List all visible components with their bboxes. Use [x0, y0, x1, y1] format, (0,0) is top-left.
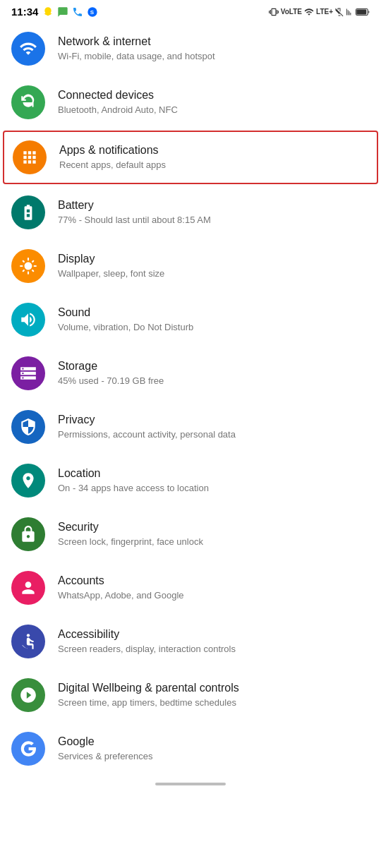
item-subtitle-accounts: WhatsApp, Adobe, and Google: [58, 590, 370, 602]
item-subtitle-location: On - 34 apps have access to location: [58, 483, 370, 495]
wifi-icon-status: [304, 7, 314, 17]
item-text-storage: Storage 45% used - 70.19 GB free: [58, 359, 370, 387]
volte-icon: VoLTE: [281, 8, 302, 16]
status-app-icons: S: [42, 6, 98, 18]
item-title-google: Google: [58, 735, 370, 749]
item-subtitle-security: Screen lock, fingerprint, face unlock: [58, 536, 370, 548]
item-text-sound: Sound Volume, vibration, Do Not Disturb: [58, 306, 370, 334]
wifi-icon-circle: [11, 32, 45, 66]
item-title-network: Network & internet: [58, 35, 370, 49]
item-subtitle-network: Wi-Fi, mobile, data usage, and hotspot: [58, 51, 370, 63]
item-text-privacy: Privacy Permissions, account activity, p…: [58, 413, 370, 441]
display-icon-circle: [11, 249, 45, 283]
item-subtitle-privacy: Permissions, account activity, personal …: [58, 429, 370, 441]
status-right: VoLTE LTE+: [269, 7, 370, 17]
status-time: 11:34: [11, 6, 38, 18]
item-text-accounts: Accounts WhatsApp, Adobe, and Google: [58, 574, 370, 602]
settings-item-google[interactable]: Google Services & preferences: [0, 722, 381, 776]
settings-item-sound[interactable]: Sound Volume, vibration, Do Not Disturb: [0, 293, 381, 346]
privacy-icon-circle: [11, 410, 45, 444]
phone-icon: [72, 6, 83, 18]
settings-item-network[interactable]: Network & internet Wi-Fi, mobile, data u…: [0, 22, 381, 76]
settings-list: Network & internet Wi-Fi, mobile, data u…: [0, 22, 381, 776]
accounts-icon-circle: [11, 571, 45, 605]
svg-point-4: [27, 634, 30, 637]
item-subtitle-google: Services & preferences: [58, 751, 370, 763]
item-subtitle-display: Wallpaper, sleep, font size: [58, 268, 370, 280]
item-title-accounts: Accounts: [58, 574, 370, 589]
item-text-display: Display Wallpaper, sleep, font size: [58, 252, 370, 280]
item-subtitle-storage: 45% used - 70.19 GB free: [58, 375, 370, 387]
item-title-connected-devices: Connected devices: [58, 88, 370, 103]
settings-item-display[interactable]: Display Wallpaper, sleep, font size: [0, 239, 381, 293]
settings-item-battery[interactable]: Battery 77% - Should last until about 8:…: [0, 186, 381, 239]
item-text-apps-notifications: Apps & notifications Recent apps, defaul…: [59, 143, 368, 171]
item-subtitle-sound: Volume, vibration, Do Not Disturb: [58, 322, 370, 334]
status-left: 11:34 S: [11, 6, 98, 18]
signal-icon: [335, 7, 344, 17]
svg-rect-3: [356, 9, 366, 14]
svg-text:S: S: [90, 9, 95, 16]
signal2-icon: [346, 7, 353, 17]
storage-icon-circle: [11, 356, 45, 390]
accessibility-icon-circle: [11, 625, 45, 658]
item-title-battery: Battery: [58, 198, 370, 213]
settings-item-accounts[interactable]: Accounts WhatsApp, Adobe, and Google: [0, 561, 381, 615]
apps-icon-circle: [13, 140, 47, 174]
item-subtitle-connected-devices: Bluetooth, Android Auto, NFC: [58, 104, 370, 116]
item-subtitle-digital-wellbeing: Screen time, app timers, bedtime schedul…: [58, 697, 370, 709]
connected-icon-circle: [11, 85, 45, 119]
item-title-privacy: Privacy: [58, 413, 370, 428]
item-subtitle-battery: 77% - Should last until about 8:15 AM: [58, 215, 370, 227]
settings-item-digital-wellbeing[interactable]: Digital Wellbeing & parental controls Sc…: [0, 668, 381, 722]
settings-item-security[interactable]: Security Screen lock, fingerprint, face …: [0, 507, 381, 561]
google-icon-circle: [11, 732, 45, 766]
item-title-display: Display: [58, 252, 370, 267]
settings-item-apps-notifications[interactable]: Apps & notifications Recent apps, defaul…: [3, 131, 378, 184]
location-icon-circle: [11, 464, 45, 498]
item-text-security: Security Screen lock, fingerprint, face …: [58, 520, 370, 548]
item-text-battery: Battery 77% - Should last until about 8:…: [58, 198, 370, 227]
item-text-location: Location On - 34 apps have access to loc…: [58, 466, 370, 495]
item-title-sound: Sound: [58, 306, 370, 320]
scroll-bar: [155, 783, 226, 785]
battery-icon-circle: [11, 195, 45, 229]
item-text-connected-devices: Connected devices Bluetooth, Android Aut…: [58, 88, 370, 116]
messages-icon: [57, 6, 68, 18]
lte-icon: LTE+: [316, 8, 333, 16]
security-icon-circle: [11, 517, 45, 551]
settings-item-location[interactable]: Location On - 34 apps have access to loc…: [0, 454, 381, 507]
shazam-icon: S: [87, 6, 98, 18]
settings-item-privacy[interactable]: Privacy Permissions, account activity, p…: [0, 400, 381, 454]
sound-icon-circle: [11, 303, 45, 337]
settings-item-connected-devices[interactable]: Connected devices Bluetooth, Android Aut…: [0, 76, 381, 129]
item-title-accessibility: Accessibility: [58, 627, 370, 642]
item-text-google: Google Services & preferences: [58, 735, 370, 763]
settings-item-accessibility[interactable]: Accessibility Screen readers, display, i…: [0, 615, 381, 668]
snapchat-icon: [42, 6, 54, 18]
item-title-apps-notifications: Apps & notifications: [59, 143, 368, 158]
item-title-digital-wellbeing: Digital Wellbeing & parental controls: [58, 681, 370, 696]
status-bar: 11:34 S VoLTE: [0, 0, 381, 22]
scroll-indicator: [0, 776, 381, 791]
wellbeing-icon-circle: [11, 678, 45, 712]
item-subtitle-accessibility: Screen readers, display, interaction con…: [58, 644, 370, 656]
item-title-location: Location: [58, 466, 370, 481]
item-title-storage: Storage: [58, 359, 370, 374]
item-text-network: Network & internet Wi-Fi, mobile, data u…: [58, 35, 370, 63]
item-text-digital-wellbeing: Digital Wellbeing & parental controls Sc…: [58, 681, 370, 709]
item-subtitle-apps-notifications: Recent apps, default apps: [59, 159, 368, 171]
settings-item-storage[interactable]: Storage 45% used - 70.19 GB free: [0, 346, 381, 400]
item-title-security: Security: [58, 520, 370, 535]
item-text-accessibility: Accessibility Screen readers, display, i…: [58, 627, 370, 656]
vibrate-icon: [269, 7, 279, 17]
battery-icon: [356, 7, 370, 17]
